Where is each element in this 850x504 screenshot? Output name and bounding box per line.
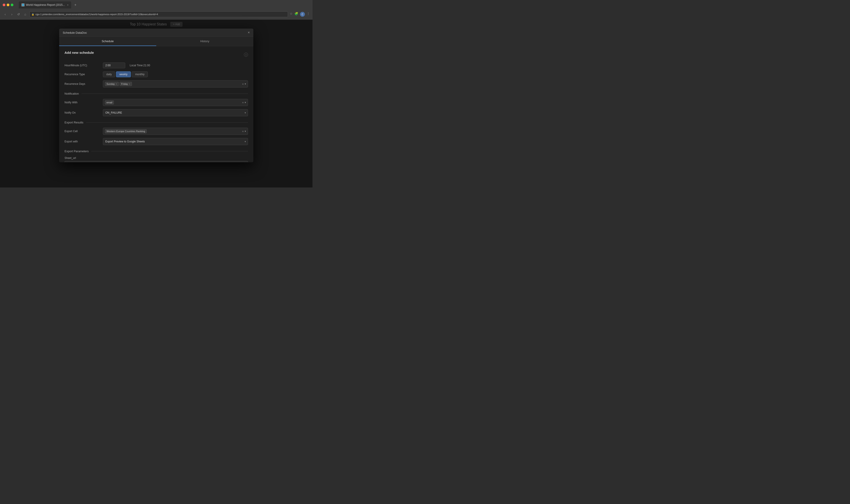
export-parameters-divider: Export Parameters [65, 149, 248, 153]
tag-email: email [105, 101, 114, 105]
hour-minute-row: Hour/Minute (UTC) Local Time:21:00 [65, 62, 248, 68]
export-cell-actions: × ▾ [242, 130, 246, 133]
lock-icon: 🔒 [32, 13, 34, 16]
sheet-url-section: Sheet_url i [65, 157, 248, 162]
tab-close-btn[interactable]: × [67, 4, 69, 6]
hour-label: Hour/Minute (UTC) [65, 64, 100, 67]
recurrence-days-select[interactable]: Sunday × Friday × × ▾ [103, 80, 248, 88]
notify-with-label: Notify With [65, 101, 100, 104]
home-btn[interactable]: ⌂ [23, 13, 28, 16]
toolbar-actions: ☆ 🧩 C ⋮ [290, 12, 310, 17]
recurrence-daily-btn[interactable]: daily [103, 71, 115, 77]
recurrence-type-label: Recurrence Type [65, 73, 100, 76]
export-cell-chevron-icon[interactable]: ▾ [245, 130, 246, 133]
tab-title: World Happiness Report (2015... [26, 3, 65, 6]
remove-sunday-btn[interactable]: × [115, 83, 117, 85]
notify-on-select[interactable]: ON_FAILURE ▾ [103, 109, 248, 116]
hour-input[interactable] [103, 62, 125, 68]
recurrence-days-actions: × ▾ [242, 83, 246, 86]
tab-favicon: 🌐 [21, 3, 24, 6]
export-parameters-divider-line [91, 151, 248, 151]
export-cell-row: Export Cell Western Europe Countries Ran… [65, 128, 248, 135]
url-text: cgu-1.pinterdev.com/demo_environment/dat… [36, 13, 158, 16]
bookmark-icon[interactable]: ☆ [290, 12, 293, 17]
notify-on-label: Notify On [65, 111, 100, 114]
maximize-window-btn[interactable] [11, 4, 13, 6]
recurrence-type-group: daily weekly monthly [103, 71, 248, 77]
user-avatar[interactable]: C [300, 12, 305, 17]
browser-titlebar: 🌐 World Happiness Report (2015... × + [0, 0, 312, 10]
info-icon[interactable]: i [244, 53, 248, 57]
export-parameters-section-label: Export Parameters [65, 149, 89, 153]
recurrence-days-row: Recurrence Days Sunday × Friday × × ▾ [65, 80, 248, 88]
local-time-display: Local Time:21:00 [130, 64, 150, 67]
export-with-row: Export with Export Preview to Google She… [65, 138, 248, 145]
browser-toolbar: ‹ › ↺ ⌂ 🔒 cgu-1.pinterdev.com/demo_envir… [0, 10, 312, 19]
notify-on-value: ON_FAILURE ▾ [103, 109, 248, 116]
new-tab-btn[interactable]: + [74, 3, 76, 7]
tag-export-cell: Western Europe Countries Ranking [105, 129, 147, 133]
page-title: Top 10 Happiest States [130, 22, 167, 26]
tab-history[interactable]: History [156, 37, 253, 46]
recurrence-weekly-btn[interactable]: weekly [116, 71, 131, 77]
sheet-url-input[interactable] [65, 161, 248, 162]
traffic-lights [3, 4, 13, 6]
export-cell-label: Export Cell [65, 130, 100, 133]
minimize-window-btn[interactable] [7, 4, 10, 6]
form-section-title: Add new schedule [65, 51, 94, 54]
recurrence-type-row: Recurrence Type daily weekly monthly [65, 71, 248, 77]
close-window-btn[interactable] [3, 4, 5, 6]
export-with-chevron-icon: ▾ [245, 140, 246, 143]
modal-header: Schedule DataDoc × [59, 29, 253, 37]
recurrence-days-label: Recurrence Days [65, 83, 100, 86]
export-with-select[interactable]: Export Preview to Google Sheets ▾ [103, 138, 248, 145]
notify-on-row: Notify On ON_FAILURE ▾ [65, 109, 248, 116]
notify-with-actions: × ▾ [242, 101, 246, 104]
schedule-modal: Schedule DataDoc × Schedule History Add … [59, 29, 253, 162]
notify-with-chevron-icon[interactable]: ▾ [245, 101, 246, 104]
notification-section-label: Notification [65, 92, 79, 95]
notification-divider-line [82, 93, 248, 94]
tab-schedule[interactable]: Schedule [59, 37, 156, 46]
sheet-url-label: Sheet_url [65, 157, 248, 160]
menu-icon[interactable]: ⋮ [307, 12, 310, 17]
export-results-divider: Export Results [65, 121, 248, 124]
page-header: Top 10 Happiest States + Add [130, 22, 183, 27]
export-with-value: Export Preview to Google Sheets ▾ [103, 138, 248, 145]
days-clear-btn[interactable]: × [242, 83, 244, 86]
export-results-section-label: Export Results [65, 121, 84, 124]
notify-with-row: Notify With email × ▾ [65, 99, 248, 106]
add-btn[interactable]: + Add [170, 22, 183, 27]
export-cell-select[interactable]: Western Europe Countries Ranking × ▾ [103, 128, 248, 135]
modal-body: Add new schedule i Hour/Minute (UTC) Loc… [59, 46, 253, 162]
address-bar[interactable]: 🔒 cgu-1.pinterdev.com/demo_environment/d… [30, 12, 288, 17]
notify-on-chevron-icon: ▾ [245, 111, 246, 114]
modal-close-btn[interactable]: × [248, 31, 250, 34]
modal-title: Schedule DataDoc [63, 31, 87, 34]
reload-btn[interactable]: ↺ [16, 13, 21, 16]
back-btn[interactable]: ‹ [3, 13, 7, 16]
browser-tab[interactable]: 🌐 World Happiness Report (2015... × [19, 1, 71, 8]
remove-friday-btn[interactable]: × [129, 83, 130, 85]
browser-chrome: 🌐 World Happiness Report (2015... × + ‹ … [0, 0, 312, 20]
forward-btn[interactable]: › [10, 13, 14, 16]
page-background: Top 10 Happiest States + Add Schedule Da… [0, 20, 312, 187]
tag-sunday: Sunday × [105, 82, 119, 86]
recurrence-monthly-btn[interactable]: monthly [132, 71, 148, 77]
notify-with-clear-btn[interactable]: × [242, 101, 244, 104]
days-chevron-icon[interactable]: ▾ [245, 83, 246, 86]
modal-tabs: Schedule History [59, 37, 253, 46]
tag-friday: Friday × [120, 82, 132, 86]
export-cell-clear-btn[interactable]: × [242, 130, 244, 133]
extension-icon[interactable]: 🧩 [294, 12, 298, 17]
notify-with-select[interactable]: email × ▾ [103, 99, 248, 106]
export-results-divider-line [86, 122, 248, 123]
notification-divider: Notification [65, 92, 248, 95]
export-with-label: Export with [65, 140, 100, 143]
